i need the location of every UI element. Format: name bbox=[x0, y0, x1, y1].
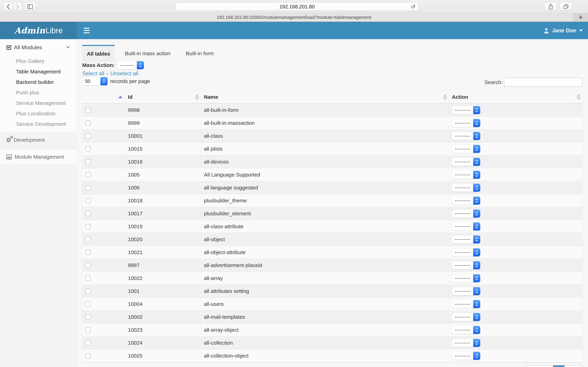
row-action-select[interactable]: --------- bbox=[452, 326, 480, 334]
column-header-checkbox[interactable] bbox=[82, 91, 125, 103]
row-checkbox[interactable] bbox=[85, 198, 91, 203]
row-checkbox[interactable] bbox=[85, 159, 91, 165]
tab-built-in-mass-action[interactable]: Built-in mass action bbox=[120, 45, 175, 62]
row-checkbox[interactable] bbox=[85, 133, 91, 139]
row-action-select[interactable]: --------- bbox=[452, 106, 480, 114]
address-bar[interactable]: 192.168.201.80 ↻ bbox=[176, 3, 418, 11]
sidebar-subitem[interactable]: Backend builder bbox=[0, 77, 77, 87]
browser-tab-title[interactable]: 192.168.201.80:20005/modulemanagement/lo… bbox=[217, 15, 371, 20]
select-stepper-icon bbox=[473, 326, 480, 334]
row-id: 10025 bbox=[125, 349, 201, 362]
row-checkbox[interactable] bbox=[85, 224, 91, 229]
reload-icon[interactable]: ↻ bbox=[411, 3, 415, 10]
column-header-action[interactable]: Action bbox=[449, 91, 583, 103]
user-menu[interactable]: Jane Doe bbox=[543, 27, 583, 34]
row-checkbox[interactable] bbox=[85, 289, 91, 294]
row-action-select[interactable]: --------- bbox=[452, 223, 480, 231]
row-action-select[interactable]: --------- bbox=[452, 352, 480, 360]
tab-overview-button[interactable] bbox=[560, 3, 572, 10]
new-tab-button[interactable]: + bbox=[573, 13, 588, 22]
row-checkbox[interactable] bbox=[85, 146, 91, 151]
row-action-select[interactable]: --------- bbox=[452, 132, 480, 140]
select-stepper-icon bbox=[473, 119, 480, 127]
row-checkbox[interactable] bbox=[85, 237, 91, 242]
action-cell: --------- bbox=[449, 259, 583, 272]
tab-built-in-form[interactable]: Built-in form bbox=[181, 45, 219, 62]
row-action-select[interactable]: --------- bbox=[452, 209, 480, 217]
sidebar-item-label: All Modules bbox=[14, 44, 42, 51]
row-action-select[interactable]: --------- bbox=[452, 235, 480, 243]
sidebar-subitem[interactable]: Table Management bbox=[0, 67, 77, 77]
row-checkbox[interactable] bbox=[85, 108, 91, 113]
tab-all-tables[interactable]: All tables bbox=[82, 45, 115, 62]
row-checkbox[interactable] bbox=[85, 263, 91, 268]
row-checkbox[interactable] bbox=[85, 301, 91, 307]
sidebar-subitem[interactable]: Push plus bbox=[0, 87, 77, 98]
row-checkbox[interactable] bbox=[85, 250, 91, 255]
column-header-name[interactable]: Name bbox=[201, 91, 449, 103]
sidebar-item-development[interactable]: ⚙⚙ Development bbox=[0, 133, 77, 148]
select-all-link[interactable]: Select all bbox=[82, 70, 104, 77]
table-row: 1005 All Language Supported --------- bbox=[82, 168, 583, 181]
row-checkbox[interactable] bbox=[85, 340, 91, 345]
row-checkbox[interactable] bbox=[85, 211, 91, 216]
sidebar-toggle-button[interactable] bbox=[25, 3, 35, 10]
sidebar-subitem[interactable]: Plus Localization bbox=[0, 108, 77, 119]
sidebar-item-label: Module Management bbox=[15, 154, 64, 160]
row-action-select[interactable]: --------- bbox=[452, 274, 480, 282]
pagination[interactable] bbox=[527, 365, 582, 367]
row-name: all-users bbox=[201, 298, 449, 310]
table-row: 10016 all-devices --------- bbox=[82, 155, 583, 168]
sidebar-item-module-management[interactable]: Module Management bbox=[0, 149, 77, 165]
row-checkbox[interactable] bbox=[85, 172, 91, 177]
back-button[interactable] bbox=[4, 3, 13, 10]
select-stepper-icon bbox=[473, 248, 480, 256]
row-checkbox[interactable] bbox=[85, 314, 91, 320]
row-checkbox[interactable] bbox=[85, 353, 91, 359]
sidebar-item-all-modules[interactable]: All Modules bbox=[0, 39, 77, 56]
mass-action-label: Mass Action: bbox=[82, 62, 115, 68]
row-action-select[interactable]: --------- bbox=[452, 184, 480, 192]
action-cell: --------- bbox=[449, 310, 583, 323]
row-checkbox[interactable] bbox=[85, 185, 91, 190]
row-checkbox[interactable] bbox=[85, 120, 91, 126]
mass-action-select[interactable]: -------- bbox=[117, 61, 144, 69]
row-checkbox[interactable] bbox=[85, 275, 91, 281]
row-checkbox[interactable] bbox=[85, 327, 91, 333]
page: 192.168.201.80 ↻ 192.168.201.80:20005/mo… bbox=[0, 0, 588, 367]
row-action-select[interactable]: --------- bbox=[452, 339, 480, 347]
row-action-select[interactable]: --------- bbox=[452, 248, 480, 256]
checkbox-cell bbox=[82, 117, 125, 129]
row-action-select[interactable]: --------- bbox=[452, 261, 480, 269]
checkbox-cell bbox=[82, 130, 125, 142]
row-action-select[interactable]: --------- bbox=[452, 119, 480, 127]
row-action-select[interactable]: --------- bbox=[452, 313, 480, 321]
row-action-select[interactable]: --------- bbox=[452, 145, 480, 153]
column-header-id[interactable]: Id bbox=[125, 91, 201, 103]
unselect-all-link[interactable]: Unselect all bbox=[110, 70, 138, 77]
row-action-select[interactable]: --------- bbox=[452, 300, 480, 308]
row-action-select[interactable]: --------- bbox=[452, 158, 480, 166]
row-name: all-mail-templates bbox=[201, 310, 449, 323]
caret-down-icon bbox=[579, 30, 583, 32]
row-name: All Language Supported bbox=[201, 168, 449, 181]
action-select-value: --------- bbox=[452, 300, 473, 308]
search-input[interactable] bbox=[504, 78, 582, 87]
row-id: 9999 bbox=[125, 117, 201, 129]
row-name: all-array bbox=[201, 272, 449, 284]
pagination-active-page[interactable] bbox=[553, 366, 564, 367]
action-select-value: --------- bbox=[452, 235, 473, 243]
forward-button[interactable] bbox=[13, 3, 22, 10]
sidebar-subitem[interactable]: Service Development bbox=[0, 119, 77, 129]
share-button[interactable] bbox=[545, 3, 557, 10]
row-name: all-object-attribute bbox=[201, 246, 449, 259]
row-action-select[interactable]: --------- bbox=[452, 287, 480, 295]
row-action-select[interactable]: --------- bbox=[452, 197, 480, 205]
gears-icon: ⚙⚙ bbox=[6, 136, 11, 143]
sidebar-subitem[interactable]: Service Management bbox=[0, 98, 77, 108]
select-stepper-icon bbox=[137, 61, 144, 69]
records-per-page-select[interactable]: 50 bbox=[82, 77, 107, 85]
menu-toggle-button[interactable] bbox=[84, 26, 92, 35]
row-action-select[interactable]: --------- bbox=[452, 171, 480, 179]
sidebar-subitem[interactable]: Plus Gallery bbox=[0, 56, 77, 67]
